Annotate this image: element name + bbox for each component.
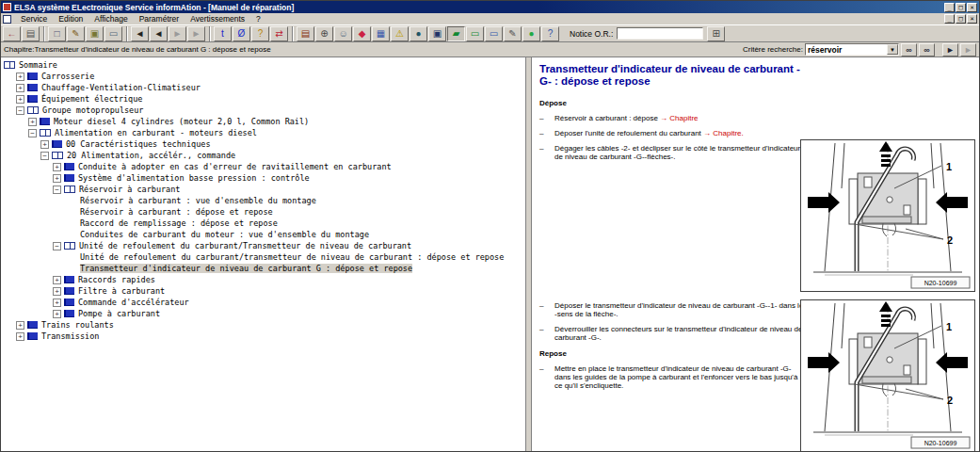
tree-item-label[interactable]: Réservoir à carburant : dépose et repose xyxy=(80,207,273,217)
repair-manual-icon[interactable]: ▤ xyxy=(297,26,314,41)
expand-icon[interactable]: + xyxy=(53,163,61,171)
tree-item-label[interactable]: Transmetteur d'indicateur de niveau de c… xyxy=(80,264,412,273)
expand-icon[interactable]: + xyxy=(16,95,24,104)
tree-item-label[interactable]: Moteur diesel 4 cylindres (moteur 2,0 l,… xyxy=(54,117,309,126)
tree-item[interactable]: −Unité de refoulement du carburant/Trans… xyxy=(1,240,525,251)
close-button[interactable]: × xyxy=(967,3,977,12)
customer-icon[interactable]: ☺ xyxy=(334,26,352,41)
document-edit-icon[interactable]: ✎ xyxy=(504,26,522,41)
menu-affichage[interactable]: Affichage xyxy=(88,14,133,24)
search-all-icon[interactable]: ∞ xyxy=(919,43,935,56)
expand-icon[interactable]: + xyxy=(16,332,24,341)
goto-next-hit-icon[interactable]: ► xyxy=(942,43,958,56)
collapse-icon[interactable]: − xyxy=(53,186,61,194)
tree-item[interactable]: +Transmission xyxy=(1,331,525,342)
compare-icon[interactable]: ⇄ xyxy=(270,26,288,41)
tree-item[interactable]: +Raccords rapides xyxy=(1,274,525,285)
expand-icon[interactable]: + xyxy=(16,321,24,330)
menu-edition[interactable]: Edition xyxy=(53,14,88,24)
tree-item-label[interactable]: 20 Alimentation, accélér., commande xyxy=(67,151,235,160)
tree-item-label[interactable]: Sommaire xyxy=(19,60,57,70)
tree-item-label[interactable]: Réservoir à carburant xyxy=(79,185,180,194)
menu-param-trer[interactable]: Paramétrer xyxy=(134,14,185,24)
restore-button[interactable]: □ xyxy=(956,3,966,12)
menu-service[interactable]: Service xyxy=(15,14,53,24)
tree-item-label[interactable]: Trains roulants xyxy=(41,320,114,330)
tree-item[interactable]: Transmetteur d'indicateur de niveau de c… xyxy=(1,263,525,274)
new-document-icon[interactable]: □ xyxy=(48,26,66,41)
tree-item-label[interactable]: Chauffage-Ventilation-Climatiseur xyxy=(41,83,201,92)
globe-dark-icon[interactable]: ● xyxy=(410,26,427,41)
minimize-button[interactable]: _ xyxy=(944,14,955,24)
tree-item-label[interactable]: Conduite à adopter en cas d'erreur de ra… xyxy=(78,162,392,171)
tree-item-label[interactable]: Conduites de carburant du moteur : vue d… xyxy=(80,230,369,239)
close-button[interactable]: × xyxy=(967,14,977,24)
tree-item[interactable]: +Filtre à carburant xyxy=(1,285,525,297)
menu-avertissements[interactable]: Avertissements xyxy=(185,14,250,24)
collapse-icon[interactable]: − xyxy=(16,106,24,115)
tree-item[interactable]: Sommaire xyxy=(1,59,525,71)
collapse-icon[interactable]: − xyxy=(28,129,37,137)
tree-item-label[interactable]: Unité de refoulement du carburant/transm… xyxy=(80,252,504,262)
search-criteria-combo[interactable]: réservoir ▼ xyxy=(805,43,899,56)
keyword-icon[interactable]: ? xyxy=(251,26,269,41)
nav-last-icon[interactable]: ► xyxy=(187,26,205,41)
collapse-icon[interactable]: − xyxy=(53,242,61,250)
tree-item[interactable]: Réservoir à carburant : dépose et repose xyxy=(1,206,525,218)
expand-icon[interactable]: + xyxy=(53,276,61,284)
tree-item[interactable]: +Pompe à carburant xyxy=(1,308,525,319)
chevron-down-icon[interactable]: ▼ xyxy=(887,44,898,55)
tree-item[interactable]: −Réservoir à carburant xyxy=(1,184,525,195)
minimize-button[interactable]: _ xyxy=(944,3,955,12)
tree-item-label[interactable]: Commande d'accélérateur xyxy=(78,298,189,307)
tree-item[interactable]: −Groupe motopropulseur xyxy=(1,105,525,116)
tree-item-label[interactable]: Réservoir à carburant : vue d'ensemble d… xyxy=(80,196,316,205)
vehicle-green-icon[interactable]: ▭ xyxy=(466,26,484,41)
vehicle-icon[interactable]: ▭ xyxy=(104,26,122,41)
expand-icon[interactable]: + xyxy=(16,84,24,92)
tree-item[interactable]: −20 Alimentation, accélér., commande xyxy=(1,150,525,161)
help-icon[interactable]: ? xyxy=(541,26,559,41)
gem-icon[interactable]: ◆ xyxy=(353,26,371,41)
menu-?[interactable]: ? xyxy=(250,14,266,24)
tree-item-label[interactable]: Groupe motopropulseur xyxy=(42,105,143,115)
open-notice-icon[interactable]: ⊞ xyxy=(707,26,725,41)
globe-green-icon[interactable]: ● xyxy=(522,26,540,41)
tree-item[interactable]: +Moteur diesel 4 cylindres (moteur 2,0 l… xyxy=(1,116,525,127)
tree-item-label[interactable]: Filtre à carburant xyxy=(78,286,165,296)
tree-item[interactable]: Réservoir à carburant : vue d'ensemble d… xyxy=(1,195,525,206)
expand-icon[interactable]: + xyxy=(53,299,61,307)
target-icon[interactable]: ⊕ xyxy=(315,26,333,41)
tree-item[interactable]: Conduites de carburant du moteur : vue d… xyxy=(1,229,525,240)
tree-item-label[interactable]: Transmission xyxy=(41,331,99,341)
exit-icon[interactable]: ← xyxy=(3,26,21,41)
nav-next-icon[interactable]: ► xyxy=(169,26,186,41)
chapter-link[interactable]: → Chapitre. xyxy=(703,129,744,137)
tree-item[interactable]: Raccord de remplissage : dépose et repos… xyxy=(1,218,525,229)
info-icon[interactable]: Ø xyxy=(233,26,250,41)
tree-item[interactable]: +Chauffage-Ventilation-Climatiseur xyxy=(1,82,525,93)
tree-item[interactable]: −Alimentation en carburant - moteurs die… xyxy=(1,127,525,138)
tree-item-label[interactable]: Équipement électrique xyxy=(41,94,142,104)
tree-item[interactable]: +Carrosserie xyxy=(1,71,525,82)
tree-item-label[interactable]: Raccords rapides xyxy=(78,275,155,284)
tree-item-label[interactable]: Pompe à carburant xyxy=(78,309,160,318)
tree-item-label[interactable]: 00 Caractéristiques techniques xyxy=(66,139,211,149)
expand-icon[interactable]: + xyxy=(28,118,37,126)
expand-icon[interactable]: + xyxy=(16,73,24,81)
nav-first-icon[interactable]: ◄ xyxy=(131,26,149,41)
vehicle-search-icon[interactable]: ▭ xyxy=(485,26,503,41)
tree-item-label[interactable]: Raccord de remplissage : dépose et repos… xyxy=(80,218,278,228)
expand-icon[interactable]: + xyxy=(53,310,61,318)
tree-item-label[interactable]: Carrosserie xyxy=(41,72,94,81)
restore-button[interactable]: □ xyxy=(956,14,966,24)
service-green-icon[interactable]: ▰ xyxy=(447,26,465,41)
table-icon[interactable]: ▦ xyxy=(372,26,390,41)
search-down-icon[interactable]: ∞ xyxy=(901,43,917,56)
return-icon[interactable]: t xyxy=(214,26,232,41)
edit-document-icon[interactable]: ✎ xyxy=(67,26,85,41)
expand-icon[interactable]: + xyxy=(53,287,61,296)
tree-item[interactable]: +00 Caractéristiques techniques xyxy=(1,138,525,150)
tree-item-label[interactable]: Unité de refoulement du carburant/Transm… xyxy=(79,241,411,250)
chapter-link[interactable]: → Chapitre xyxy=(660,114,698,122)
